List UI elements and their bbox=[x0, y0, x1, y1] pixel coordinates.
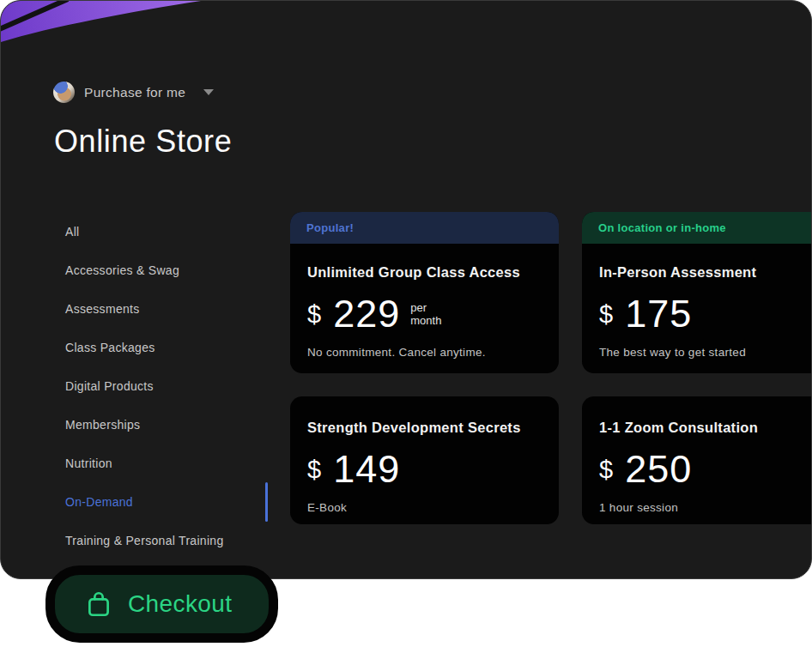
sidebar-item-nutrition[interactable]: Nutrition bbox=[65, 444, 267, 482]
billing-period: per month bbox=[410, 301, 441, 327]
card-body: In-Person Assessment $ 175 The best way … bbox=[582, 244, 812, 359]
chevron-down-icon[interactable] bbox=[203, 89, 214, 95]
page-title: Online Store bbox=[54, 124, 232, 160]
card-body: Unlimited Group Class Access $ 229 per m… bbox=[290, 244, 559, 359]
product-card-grid: Popular! Unlimited Group Class Access $ … bbox=[290, 212, 812, 524]
product-subtitle: The best way to get started bbox=[599, 346, 812, 359]
product-title: 1-1 Zoom Consultation bbox=[599, 420, 812, 436]
product-subtitle: No commitment. Cancel anytime. bbox=[307, 346, 542, 359]
currency-symbol: $ bbox=[307, 300, 321, 329]
price-row: $ 250 bbox=[599, 447, 812, 492]
product-subtitle: 1 hour session bbox=[599, 501, 812, 514]
popular-badge: Popular! bbox=[290, 212, 559, 244]
card-body: Strength Development Secrets $ 149 E-Boo… bbox=[290, 396, 559, 514]
sidebar-item-accessories-swag[interactable]: Accessories & Swag bbox=[65, 251, 267, 289]
price-value: 250 bbox=[625, 447, 692, 492]
purple-corner-decoration bbox=[1, 1, 224, 51]
currency-symbol: $ bbox=[599, 456, 613, 484]
currency-symbol: $ bbox=[307, 456, 321, 484]
product-card-in-person-assessment[interactable]: On location or in-home In-Person Assessm… bbox=[582, 212, 812, 373]
sidebar-item-memberships[interactable]: Memberships bbox=[65, 405, 267, 444]
sidebar-item-digital-products[interactable]: Digital Products bbox=[65, 366, 267, 405]
price-row: $ 175 bbox=[599, 292, 812, 336]
sidebar-item-all[interactable]: All bbox=[65, 212, 267, 251]
currency-symbol: $ bbox=[599, 300, 613, 329]
billing-period-line2: month bbox=[410, 314, 441, 327]
price-value: 175 bbox=[625, 292, 692, 336]
product-title: Unlimited Group Class Access bbox=[307, 264, 542, 281]
card-body: 1-1 Zoom Consultation $ 250 1 hour sessi… bbox=[582, 396, 812, 514]
purchase-for-label: Purchase for me bbox=[84, 85, 185, 100]
sidebar-item-class-packages[interactable]: Class Packages bbox=[65, 328, 267, 366]
product-card-unlimited-group-class[interactable]: Popular! Unlimited Group Class Access $ … bbox=[290, 212, 559, 373]
purchase-for-selector[interactable]: Purchase for me bbox=[53, 82, 214, 103]
user-avatar bbox=[53, 82, 75, 103]
billing-period-line1: per bbox=[410, 301, 427, 314]
product-title: In-Person Assessment bbox=[599, 264, 812, 281]
price-row: $ 229 per month bbox=[307, 292, 542, 336]
product-title: Strength Development Secrets bbox=[307, 420, 542, 436]
checkout-label: Checkout bbox=[128, 590, 233, 618]
online-store-panel: Purchase for me Online Store All Accesso… bbox=[0, 0, 812, 579]
screenshot-stage: Purchase for me Online Store All Accesso… bbox=[0, 0, 812, 659]
shopping-bag-icon bbox=[84, 589, 113, 619]
product-card-zoom-consultation[interactable]: 1-1 Zoom Consultation $ 250 1 hour sessi… bbox=[582, 396, 812, 524]
product-card-strength-development-secrets[interactable]: Strength Development Secrets $ 149 E-Boo… bbox=[290, 396, 559, 524]
price-value: 229 bbox=[333, 292, 400, 336]
product-subtitle: E-Book bbox=[307, 501, 542, 514]
sidebar-item-assessments[interactable]: Assessments bbox=[65, 289, 267, 328]
active-category-indicator bbox=[265, 482, 268, 522]
sidebar-item-training-personal-training[interactable]: Training & Personal Training bbox=[65, 521, 267, 559]
category-sidebar: All Accessories & Swag Assessments Class… bbox=[65, 212, 267, 559]
price-row: $ 149 bbox=[307, 447, 542, 492]
sidebar-item-on-demand[interactable]: On-Demand bbox=[65, 482, 267, 521]
location-badge: On location or in-home bbox=[582, 212, 812, 244]
checkout-button[interactable]: Checkout bbox=[45, 565, 278, 643]
price-value: 149 bbox=[333, 447, 400, 492]
